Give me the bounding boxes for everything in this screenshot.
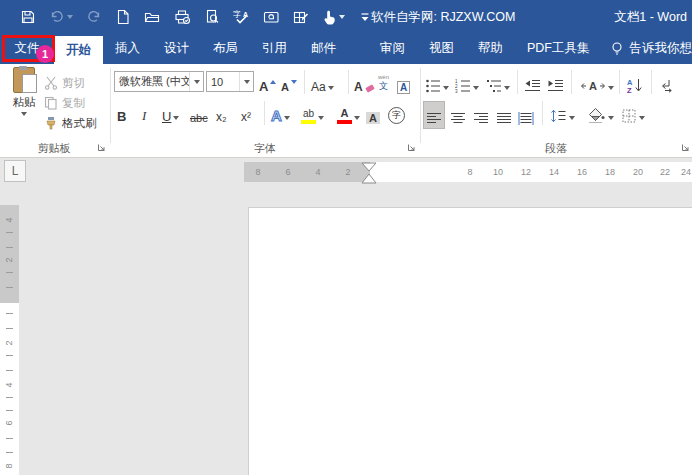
borders-button[interactable] <box>621 102 645 124</box>
phonetic-guide-button[interactable]: wén 文 <box>378 70 389 94</box>
tab-references[interactable]: 引用 <box>250 33 299 64</box>
quick-print-icon[interactable] <box>174 9 191 25</box>
font-color-bar <box>337 120 352 124</box>
ruler-number: 12 <box>520 162 532 182</box>
align-right-button[interactable] <box>471 102 491 128</box>
tab-mailings[interactable]: 邮件 <box>299 33 348 64</box>
open-icon[interactable] <box>144 9 161 25</box>
multilevel-list-caret[interactable] <box>504 86 510 90</box>
tab-review[interactable]: 审阅 <box>368 33 417 64</box>
tab-pdf-tools[interactable]: PDF工具集 <box>515 33 602 64</box>
tab-design[interactable]: 设计 <box>152 33 201 64</box>
ruler-number: 6 <box>4 418 14 428</box>
separator <box>542 101 543 125</box>
subscript-button[interactable]: x₂ <box>216 102 227 124</box>
tab-layout[interactable]: 布局 <box>201 33 250 64</box>
asian-layout-caret[interactable] <box>608 86 614 90</box>
distributed-button[interactable] <box>516 102 536 128</box>
line-spacing-button[interactable] <box>550 102 575 124</box>
grow-font-button[interactable]: A <box>259 72 276 94</box>
line-spacing-icon <box>550 108 567 124</box>
tab-insert[interactable]: 插入 <box>103 33 152 64</box>
numbering-button[interactable]: 123 <box>455 72 479 94</box>
font-size-combobox[interactable]: 10 <box>206 71 254 92</box>
font-name-combobox[interactable]: 微软雅黑 (中文正文) <box>114 71 204 92</box>
quick-access-toolbar: 字A <box>20 0 372 33</box>
vertical-ruler[interactable]: 4 2 2 4 6 8 <box>0 186 19 475</box>
font-color-caret[interactable] <box>354 116 360 120</box>
decrease-indent-button[interactable] <box>524 72 541 94</box>
text-effects-button[interactable]: A <box>271 102 290 124</box>
print-preview-icon[interactable] <box>204 9 220 25</box>
tab-help[interactable]: 帮助 <box>466 33 515 64</box>
text-highlight-button[interactable]: ab <box>301 102 324 124</box>
document-page[interactable] <box>248 207 692 475</box>
character-shading-button[interactable]: A <box>366 102 380 124</box>
spelling-grammar-icon[interactable]: 字A <box>233 9 250 25</box>
ruler-tick <box>6 328 13 329</box>
shading-button[interactable] <box>587 102 614 124</box>
copy-label: 复制 <box>62 96 85 111</box>
line-spacing-caret[interactable] <box>569 116 575 120</box>
underline-caret[interactable] <box>173 116 179 120</box>
redo-icon[interactable] <box>86 9 102 25</box>
draw-table-icon[interactable] <box>293 9 309 25</box>
multilevel-list-button[interactable] <box>486 72 510 94</box>
highlight-caret[interactable] <box>318 116 324 120</box>
clear-formatting-button[interactable]: A <box>354 72 375 94</box>
horizontal-ruler[interactable]: 8 6 4 2 8 10 12 14 16 18 20 22 24 <box>0 162 692 182</box>
tell-me[interactable]: 告诉我你想 <box>610 33 692 64</box>
paste-dropdown-caret[interactable] <box>21 112 27 116</box>
undo-icon[interactable] <box>49 9 73 25</box>
font-name-dropdown[interactable] <box>189 72 203 91</box>
shrink-font-button[interactable]: A <box>281 72 297 94</box>
change-case-label: Aa <box>311 80 326 94</box>
shading-caret[interactable] <box>608 116 614 120</box>
bullets-caret[interactable] <box>443 86 449 90</box>
attach-file-icon[interactable] <box>263 9 280 25</box>
paragraph-dialog-launcher[interactable] <box>681 143 690 152</box>
paragraph-group-label: 段落 <box>422 141 690 156</box>
font-size-dropdown[interactable] <box>239 72 253 91</box>
font-dialog-launcher[interactable] <box>407 143 416 152</box>
justify-button[interactable] <box>494 102 514 128</box>
character-shading-label: A <box>366 112 380 124</box>
superscript-button[interactable]: x² <box>241 102 251 124</box>
increase-indent-button[interactable] <box>547 72 564 94</box>
indent-markers[interactable] <box>360 162 378 186</box>
underline-button[interactable]: U <box>162 102 179 124</box>
ruler-tick <box>6 370 13 371</box>
cut-button[interactable]: 剪切 <box>44 74 85 92</box>
tab-view[interactable]: 视图 <box>417 33 466 64</box>
ruler-number: 20 <box>632 162 644 182</box>
numbering-caret[interactable] <box>473 86 479 90</box>
font-color-button[interactable]: A <box>337 102 360 124</box>
bold-button[interactable]: B <box>117 102 126 124</box>
asian-layout-button[interactable]: A <box>580 72 614 94</box>
borders-caret[interactable] <box>639 116 645 120</box>
borders-icon <box>621 108 637 124</box>
format-painter-button[interactable]: 格式刷 <box>44 114 97 132</box>
italic-button[interactable]: I <box>142 102 146 124</box>
tab-home[interactable]: 开始 <box>54 36 103 64</box>
touch-mouse-mode-icon[interactable] <box>322 9 345 25</box>
enclose-characters-button[interactable]: 字 <box>388 102 405 124</box>
copy-button[interactable]: 复制 <box>44 94 85 112</box>
customize-quick-access-toolbar-icon[interactable] <box>358 10 372 24</box>
sort-button[interactable]: AZ <box>626 72 643 94</box>
bullets-button[interactable] <box>425 72 449 94</box>
character-border-button[interactable]: A <box>397 72 410 94</box>
touch-mode-dropdown-caret[interactable] <box>339 15 345 19</box>
save-icon[interactable] <box>20 9 36 25</box>
undo-dropdown-caret[interactable] <box>67 15 73 19</box>
change-case-button[interactable]: Aa <box>311 72 334 94</box>
new-document-icon[interactable] <box>115 9 131 25</box>
ruler-number: 18 <box>604 162 616 182</box>
align-center-button[interactable] <box>448 102 468 128</box>
strikethrough-button[interactable]: abc <box>190 102 208 124</box>
show-hide-marks-button[interactable] <box>658 72 674 94</box>
paste-button[interactable]: 粘贴 <box>6 67 42 116</box>
separator <box>517 70 518 94</box>
clipboard-dialog-launcher[interactable] <box>97 143 106 152</box>
align-left-button[interactable] <box>424 102 444 128</box>
